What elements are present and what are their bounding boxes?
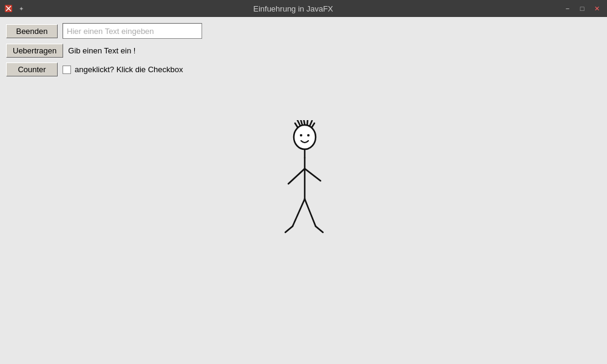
checkbox-area: angeklickt? Klick die Checkbox bbox=[63, 65, 183, 74]
svg-line-16 bbox=[305, 169, 320, 181]
angeklickt-checkbox[interactable] bbox=[63, 66, 71, 74]
uebertragen-button[interactable]: Uebertragen bbox=[6, 44, 63, 58]
title-bar-left: ✦ bbox=[4, 4, 25, 13]
svg-line-20 bbox=[316, 226, 323, 232]
svg-line-17 bbox=[293, 199, 305, 226]
svg-line-4 bbox=[300, 120, 302, 125]
maximize-button[interactable]: □ bbox=[575, 3, 589, 14]
svg-point-11 bbox=[300, 134, 302, 136]
main-content: Beenden Uebertragen Gib einen Text ein !… bbox=[0, 17, 607, 364]
svg-line-19 bbox=[305, 199, 316, 226]
minimize-button[interactable]: − bbox=[561, 3, 574, 14]
app-icon bbox=[4, 4, 13, 13]
checkbox-label: angeklickt? Klick die Checkbox bbox=[75, 65, 183, 74]
uebertragen-hint: Gib einen Text ein ! bbox=[68, 46, 135, 55]
close-button[interactable]: ✕ bbox=[590, 3, 603, 14]
counter-row: Counter angeklickt? Klick die Checkbox bbox=[6, 62, 601, 76]
svg-line-18 bbox=[285, 226, 293, 232]
window-title: Einfuehrung in JavaFX bbox=[25, 4, 561, 13]
svg-point-12 bbox=[307, 134, 310, 136]
beenden-row: Beenden bbox=[6, 23, 601, 39]
svg-line-15 bbox=[288, 169, 305, 184]
window-controls: − □ ✕ bbox=[561, 3, 603, 14]
beenden-button[interactable]: Beenden bbox=[6, 24, 58, 38]
svg-point-10 bbox=[294, 125, 316, 149]
uebertragen-row: Uebertragen Gib einen Text ein ! bbox=[6, 44, 601, 58]
svg-line-7 bbox=[310, 121, 312, 126]
counter-button[interactable]: Counter bbox=[6, 62, 58, 76]
stick-figure bbox=[279, 120, 328, 248]
title-bar: ✦ Einfuehrung in JavaFX − □ ✕ bbox=[0, 0, 607, 17]
svg-line-5 bbox=[304, 120, 305, 124]
text-input[interactable] bbox=[63, 23, 202, 39]
svg-line-6 bbox=[307, 120, 308, 125]
pin-icon: ✦ bbox=[17, 4, 25, 13]
